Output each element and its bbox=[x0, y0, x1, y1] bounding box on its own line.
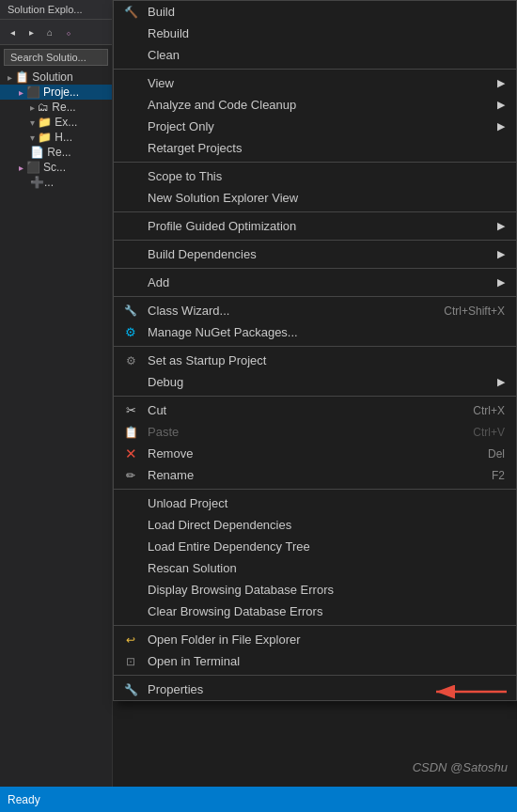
tree-item-h[interactable]: ▾ 📁 H... bbox=[0, 130, 112, 145]
load-entire-label: Load Entire Dependency Tree bbox=[148, 539, 310, 554]
sc-icon: ⬛ bbox=[26, 161, 40, 174]
tree-item-solution[interactable]: ▸ 📋 Solution bbox=[0, 70, 112, 85]
separator-4 bbox=[114, 240, 516, 241]
sidebar-toolbar: ◂ ▸ ⌂ ⬦ bbox=[0, 20, 112, 45]
profile-label: Profile Guided Optimization bbox=[148, 219, 296, 233]
menu-item-rename[interactable]: ✏ Rename F2 bbox=[114, 464, 516, 486]
sync-btn[interactable]: ⬦ bbox=[60, 23, 77, 40]
context-menu: 🔨 Build Rebuild Clean View ▶ Analyze and… bbox=[113, 0, 517, 701]
rescan-label: Rescan Solution bbox=[148, 561, 237, 575]
tree-item-ex[interactable]: ▾ 📁 Ex... bbox=[0, 115, 112, 130]
view-arrow: ▶ bbox=[497, 77, 505, 89]
menu-item-clear-errors[interactable]: Clear Browsing Database Errors bbox=[114, 601, 516, 622]
profile-arrow: ▶ bbox=[497, 220, 505, 232]
menu-item-rescan[interactable]: Rescan Solution bbox=[114, 557, 516, 579]
tree-item-re2[interactable]: 📄 Re... bbox=[0, 145, 112, 160]
menu-item-debug[interactable]: Debug ▶ bbox=[114, 371, 516, 393]
build-deps-arrow: ▶ bbox=[497, 248, 505, 260]
remove-label: Remove bbox=[148, 446, 193, 461]
re2-label: 📄 Re... bbox=[30, 146, 71, 159]
separator-8 bbox=[114, 396, 516, 397]
nuget-icon: ⚙ bbox=[121, 325, 140, 339]
remove-shortcut: Del bbox=[469, 447, 505, 461]
build-label: Build bbox=[148, 5, 175, 19]
rename-shortcut: F2 bbox=[473, 469, 505, 482]
separator-6 bbox=[114, 296, 516, 297]
tree-item-project[interactable]: ▸ ⬛ Proje... bbox=[0, 85, 112, 100]
startup-icon: ⚙ bbox=[121, 354, 140, 367]
separator-5 bbox=[114, 268, 516, 269]
csdn-watermark: CSDN @Satoshu bbox=[413, 760, 508, 774]
menu-item-load-entire[interactable]: Load Entire Dependency Tree bbox=[114, 536, 516, 557]
menu-item-properties[interactable]: 🔧 Properties bbox=[114, 679, 516, 700]
project-expand-icon: ▸ bbox=[19, 87, 24, 98]
home-btn[interactable]: ⌂ bbox=[41, 23, 58, 40]
class-wizard-shortcut: Ctrl+Shift+X bbox=[425, 304, 505, 318]
retarget-label: Retarget Projects bbox=[148, 141, 242, 155]
red-arrow-annotation bbox=[427, 681, 511, 702]
class-wizard-label: Class Wizard... bbox=[148, 304, 229, 318]
status-text: Ready bbox=[8, 793, 40, 806]
menu-item-cut[interactable]: ✂ Cut Ctrl+X bbox=[114, 399, 516, 421]
separator-1 bbox=[114, 69, 516, 70]
expand-icon: ▸ bbox=[8, 72, 12, 83]
folder-icon: ↩ bbox=[121, 633, 140, 647]
search-solution-input[interactable]: Search Solutio... bbox=[4, 49, 108, 66]
menu-item-add[interactable]: Add ▶ bbox=[114, 272, 516, 293]
tree-item-plus[interactable]: ➕... bbox=[0, 175, 112, 190]
menu-item-remove[interactable]: ✕ Remove Del bbox=[114, 443, 516, 464]
menu-item-profile[interactable]: Profile Guided Optimization ▶ bbox=[114, 215, 516, 237]
ex-label: 📁 Ex... bbox=[38, 116, 77, 129]
menu-item-class-wizard[interactable]: 🔧 Class Wizard... Ctrl+Shift+X bbox=[114, 300, 516, 321]
separator-9 bbox=[114, 489, 516, 490]
menu-item-unload[interactable]: Unload Project bbox=[114, 492, 516, 514]
menu-item-load-direct[interactable]: Load Direct Dependencies bbox=[114, 514, 516, 536]
rename-icon: ✏ bbox=[121, 469, 140, 482]
solution-explorer-sidebar: Solution Explo... ◂ ▸ ⌂ ⬦ Search Solutio… bbox=[0, 0, 113, 812]
menu-item-build[interactable]: 🔨 Build bbox=[114, 1, 516, 23]
class-wizard-icon: 🔧 bbox=[121, 304, 140, 317]
unload-label: Unload Project bbox=[148, 496, 227, 510]
menu-item-paste[interactable]: 📋 Paste Ctrl+V bbox=[114, 421, 516, 443]
menu-item-nuget[interactable]: ⚙ Manage NuGet Packages... bbox=[114, 321, 516, 343]
ex-expand-icon: ▾ bbox=[30, 117, 35, 128]
tree-item-sc[interactable]: ▸ ⬛ Sc... bbox=[0, 160, 112, 175]
menu-item-rebuild[interactable]: Rebuild bbox=[114, 23, 516, 44]
nuget-label: Manage NuGet Packages... bbox=[148, 325, 298, 339]
remove-icon: ✕ bbox=[121, 445, 140, 462]
tree-item-re[interactable]: ▸ 🗂 Re... bbox=[0, 100, 112, 115]
new-view-label: New Solution Explorer View bbox=[148, 191, 298, 205]
menu-item-new-view[interactable]: New Solution Explorer View bbox=[114, 187, 516, 209]
menu-item-startup[interactable]: ⚙ Set as Startup Project bbox=[114, 350, 516, 371]
menu-item-build-deps[interactable]: Build Dependencies ▶ bbox=[114, 243, 516, 265]
cut-label: Cut bbox=[148, 403, 166, 417]
sc-expand-icon: ▸ bbox=[19, 163, 24, 173]
separator-11 bbox=[114, 675, 516, 676]
add-arrow: ▶ bbox=[497, 276, 505, 289]
paste-shortcut: Ctrl+V bbox=[454, 426, 505, 439]
debug-arrow: ▶ bbox=[497, 376, 505, 388]
menu-item-display-errors[interactable]: Display Browsing Database Errors bbox=[114, 579, 516, 601]
status-bar: Ready bbox=[0, 787, 517, 812]
menu-item-retarget[interactable]: Retarget Projects bbox=[114, 137, 516, 159]
menu-item-analyze[interactable]: Analyze and Code Cleanup ▶ bbox=[114, 94, 516, 116]
h-label: 📁 H... bbox=[38, 131, 72, 144]
project-icon: ⬛ bbox=[26, 86, 40, 99]
separator-7 bbox=[114, 346, 516, 347]
forward-btn[interactable]: ▸ bbox=[23, 23, 39, 40]
debug-label: Debug bbox=[148, 375, 183, 389]
separator-10 bbox=[114, 625, 516, 626]
menu-item-open-folder[interactable]: ↩ Open Folder in File Explorer bbox=[114, 629, 516, 650]
project-label: Proje... bbox=[43, 86, 79, 99]
back-btn[interactable]: ◂ bbox=[4, 23, 21, 40]
add-label: Add bbox=[148, 275, 169, 289]
menu-item-clean[interactable]: Clean bbox=[114, 44, 516, 66]
menu-item-scope[interactable]: Scope to This bbox=[114, 165, 516, 187]
rebuild-label: Rebuild bbox=[148, 26, 189, 40]
sidebar-title: Solution Explo... bbox=[0, 0, 112, 20]
menu-item-project-only[interactable]: Project Only ▶ bbox=[114, 116, 516, 137]
menu-item-view[interactable]: View ▶ bbox=[114, 72, 516, 94]
cut-icon: ✂ bbox=[121, 403, 140, 417]
solution-label: 📋 Solution bbox=[15, 70, 73, 84]
menu-item-open-terminal[interactable]: ⊡ Open in Terminal bbox=[114, 650, 516, 672]
